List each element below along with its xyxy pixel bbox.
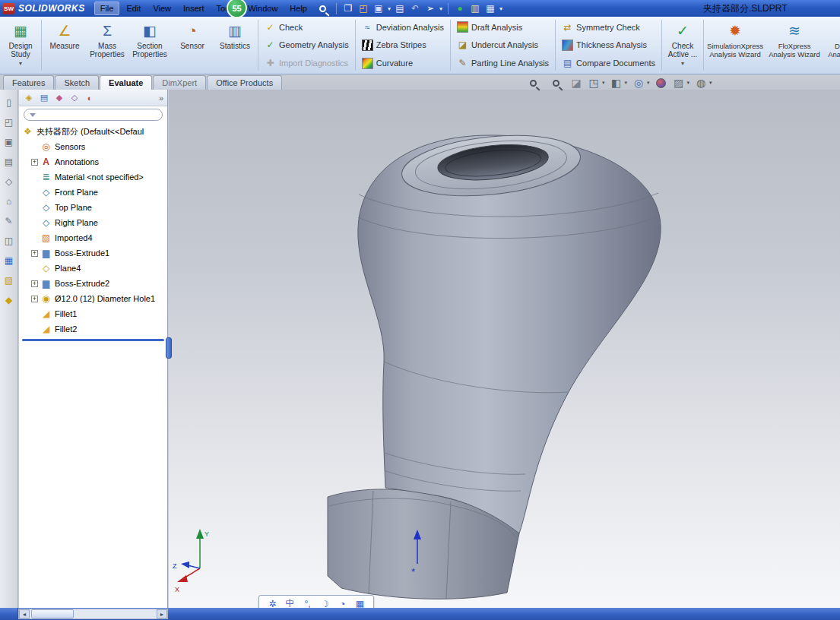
expand-toggle[interactable]: +	[31, 159, 38, 166]
display-style-caret[interactable]: ▾	[625, 80, 628, 86]
section-properties-button[interactable]: ◧ Section Properties	[128, 17, 171, 73]
select-cursor-icon[interactable]: ➢	[423, 2, 437, 15]
import-diagnostics-button[interactable]: ✚ Import Diagnostics	[262, 57, 352, 70]
tree-item-part-root[interactable]: ❖ 夹持器部分 (Default<<Defaul	[19, 124, 167, 139]
tab-sketch[interactable]: Sketch	[55, 75, 99, 90]
hide-show-items-caret[interactable]: ▾	[647, 80, 650, 86]
tree-item-diameter-hole1[interactable]: + ◉ Ø12.0 (12) Diameter Hole1	[19, 291, 167, 306]
edit-appearance-icon[interactable]	[655, 76, 667, 90]
mass-properties-button[interactable]: Σ Mass Properties	[86, 17, 128, 73]
compare-documents-button[interactable]: ▤ Compare Documents	[559, 57, 658, 70]
sensor-button[interactable]: ◔ Sensor	[171, 17, 214, 73]
open-tool-icon[interactable]: ◰	[2, 115, 15, 128]
menu-insert[interactable]: Insert	[178, 2, 210, 14]
scroll-left-arrow-icon[interactable]: ◄	[19, 609, 30, 618]
featuremanager-tab-icon[interactable]: ◈	[23, 92, 35, 104]
save-tool-icon[interactable]: ▣	[2, 135, 15, 148]
tree-item-top-plane[interactable]: ◇ Top Plane	[19, 200, 167, 215]
rollback-bar[interactable]	[22, 339, 164, 341]
new-document-icon[interactable]: ❐	[341, 2, 355, 15]
tree-horizontal-scrollbar[interactable]: ◄ ►	[18, 609, 168, 619]
curvature-button[interactable]: Curvature	[359, 57, 447, 70]
open-icon[interactable]: ◰	[357, 2, 370, 15]
dfmxpress-wizard-button[interactable]: ✦ DFMXpress Analysis Wizard	[824, 17, 840, 73]
search-icon[interactable]	[319, 5, 326, 12]
thickness-analysis-button[interactable]: Thickness Analysis	[559, 39, 658, 52]
expand-toggle[interactable]: +	[31, 280, 38, 287]
menu-file[interactable]: File	[94, 2, 120, 15]
tree-item-annotations[interactable]: + A Annotations	[19, 154, 167, 169]
rebuild-icon[interactable]: ●	[453, 2, 467, 15]
tree-item-imported4[interactable]: ▧ Imported4	[19, 230, 167, 245]
part-model-3d[interactable]: * Y X Z	[169, 74, 840, 608]
view-settings-caret[interactable]: ▾	[709, 80, 712, 86]
check-button[interactable]: ✓ Check	[262, 21, 352, 33]
design-study-caret[interactable]: ▾	[19, 59, 22, 68]
tree-item-right-plane[interactable]: ◇ Right Plane	[19, 215, 167, 230]
deviation-analysis-button[interactable]: ≈ Deviation Analysis	[359, 21, 447, 33]
print-icon[interactable]: ▤	[393, 2, 407, 15]
view-settings-icon[interactable]: ◍	[695, 76, 707, 90]
symmetry-check-button[interactable]: ⇄ Symmetry Check	[559, 21, 658, 33]
select-dropdown-caret[interactable]: ▾	[439, 5, 442, 12]
expand-toggle[interactable]: +	[31, 296, 38, 302]
tree-item-plane4[interactable]: ◇ Plane4	[19, 261, 167, 276]
tree-item-fillet2[interactable]: ◢ Fillet2	[19, 321, 167, 337]
undercut-analysis-button[interactable]: ◪ Undercut Analysis	[454, 39, 552, 52]
tab-office-products[interactable]: Office Products	[207, 75, 282, 90]
check-active-button[interactable]: ✓ Check Active ... ▾	[664, 17, 702, 73]
configurationmanager-tab-icon[interactable]: ◆	[53, 92, 65, 104]
hide-show-items-icon[interactable]: ◎	[632, 76, 645, 90]
check-active-caret[interactable]: ▾	[681, 59, 684, 68]
menu-window[interactable]: Window	[242, 2, 283, 14]
view-orientation-caret[interactable]: ▾	[602, 80, 605, 86]
section-view-icon[interactable]: ◪	[570, 76, 582, 90]
display-style-icon[interactable]: ◧	[610, 76, 623, 90]
graphics-area[interactable]: * Y X Z	[169, 74, 840, 608]
apply-scene-caret[interactable]: ▾	[687, 80, 690, 86]
zoom-area-icon[interactable]	[547, 76, 565, 90]
view-orientation-icon[interactable]: ◳	[588, 76, 600, 90]
tree-filter-input[interactable]	[40, 110, 157, 119]
tree-item-front-plane[interactable]: ◇ Front Plane	[19, 185, 167, 200]
menu-view[interactable]: View	[147, 2, 176, 14]
scroll-right-arrow-icon[interactable]: ►	[157, 609, 167, 618]
zoom-fit-icon[interactable]	[525, 76, 542, 90]
expand-toggle[interactable]: +	[31, 250, 38, 257]
tab-dimxpert[interactable]: DimXpert	[153, 75, 206, 90]
floxpress-wizard-button[interactable]: ≋ FloXpress Analysis Wizard	[765, 17, 824, 73]
tab-features[interactable]: Features	[3, 75, 54, 90]
clipboard-icon[interactable]: ▥	[468, 2, 482, 15]
tree-item-boss-extrude2[interactable]: + ▆ Boss-Extrude2	[19, 276, 167, 291]
zebra-stripes-button[interactable]: Zebra Stripes	[359, 39, 447, 52]
model-body[interactable]	[358, 135, 661, 533]
dimxpertmanager-tab-icon[interactable]: ◇	[68, 92, 81, 104]
layers-tool-icon[interactable]: ◫	[2, 234, 15, 247]
menu-edit[interactable]: Edit	[121, 2, 146, 14]
save-icon[interactable]: ▣	[372, 2, 385, 15]
scrollbar-thumb[interactable]	[31, 609, 74, 618]
palette-tool-icon[interactable]: ▦	[2, 254, 15, 267]
measure-button[interactable]: ∠ Measure	[43, 17, 86, 73]
statistics-button[interactable]: ▥ Statistics	[214, 17, 256, 73]
panel-flyout-chevron[interactable]: »	[159, 93, 163, 103]
undo-icon[interactable]: ↶	[408, 2, 422, 15]
menu-help[interactable]: Help	[284, 2, 312, 14]
config-tool-icon[interactable]: ◆	[2, 293, 15, 306]
sheet-dropdown-caret[interactable]: ▾	[499, 5, 502, 12]
panel-splitter-handle[interactable]	[166, 337, 172, 359]
sheet-format-icon[interactable]: ▦	[483, 2, 497, 15]
view-tool-icon[interactable]: ◇	[2, 175, 15, 188]
tree-item-sensors[interactable]: ◎ Sensors	[19, 139, 167, 154]
tree-item-boss-extrude1[interactable]: + ▆ Boss-Extrude1	[19, 245, 167, 261]
apply-scene-icon[interactable]: ▨	[673, 76, 685, 90]
tab-evaluate[interactable]: Evaluate	[100, 75, 152, 90]
draft-analysis-button[interactable]: Draft Analysis	[454, 21, 552, 33]
design-study-button[interactable]: ▦ Design Study ▾	[2, 17, 40, 73]
print-tool-icon[interactable]: ▤	[2, 155, 15, 168]
simulationxpress-wizard-button[interactable]: ✹ SimulationXpress Analysis Wizard	[705, 17, 765, 73]
propertymanager-tab-icon[interactable]: ▤	[38, 92, 50, 104]
annotate-tool-icon[interactable]: ✎	[2, 214, 15, 227]
displaymanager-tab-icon[interactable]: ◐	[84, 92, 96, 104]
geometry-analysis-button[interactable]: ✓ Geometry Analysis	[262, 39, 352, 52]
